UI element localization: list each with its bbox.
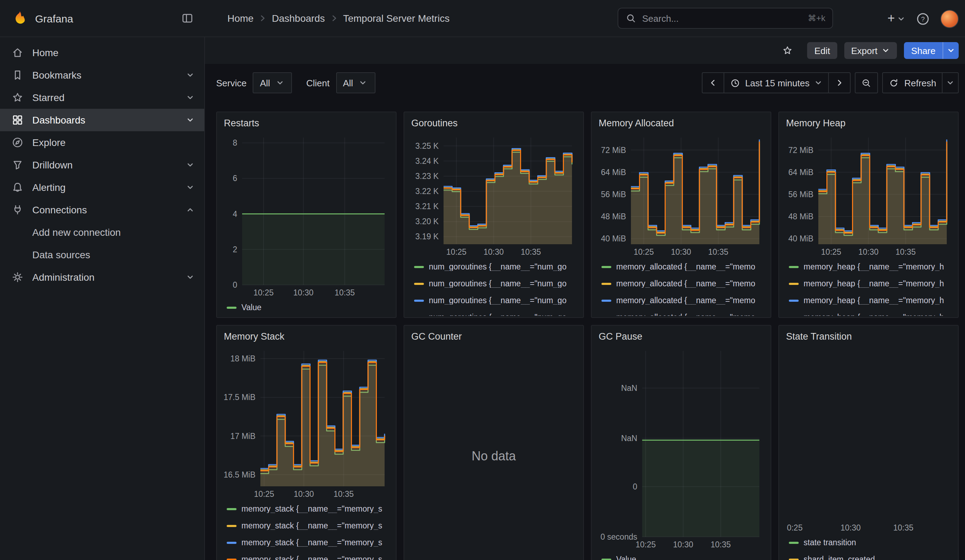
new-button[interactable]: + bbox=[887, 11, 905, 26]
legend-item[interactable]: memory_allocated {__name__="memo bbox=[599, 275, 764, 292]
svg-text:0: 0 bbox=[233, 280, 237, 289]
legend-label: memory_allocated {__name__="memo bbox=[616, 296, 755, 305]
legend-item[interactable]: memory_heap {__name__="memory_h bbox=[786, 258, 951, 275]
legend-item[interactable]: num_goroutines {__name__="num_go bbox=[411, 258, 576, 275]
chevron-down-icon[interactable] bbox=[186, 183, 195, 191]
legend-item[interactable]: state transition bbox=[786, 534, 951, 551]
svg-text:6: 6 bbox=[233, 174, 237, 183]
time-shift-forward-button[interactable] bbox=[829, 72, 851, 93]
time-range-picker[interactable]: Last 15 minutes bbox=[723, 72, 829, 93]
legend-item[interactable]: shard_item_created bbox=[786, 551, 951, 560]
svg-text:10:35: 10:35 bbox=[708, 247, 728, 256]
chevron-up-icon[interactable] bbox=[186, 206, 195, 214]
panel-title[interactable]: Goroutines bbox=[411, 116, 576, 132]
svg-text:56 MiB: 56 MiB bbox=[788, 190, 813, 199]
chart-memory-allocated[interactable]: 72 MiB64 MiB56 MiB48 MiB40 MiB10:2510:30… bbox=[599, 132, 764, 258]
svg-text:3.20 K: 3.20 K bbox=[415, 217, 439, 226]
service-select[interactable]: All bbox=[253, 72, 292, 93]
sidebar-item-dashboards[interactable]: Dashboards bbox=[0, 109, 204, 131]
filter-label: Client bbox=[306, 78, 330, 88]
legend-item[interactable]: memory_stack {__name__="memory_s bbox=[224, 551, 389, 560]
legend-label: memory_stack {__name__="memory_s bbox=[241, 538, 382, 547]
legend-item[interactable]: memory_allocated {__name__="memo bbox=[599, 309, 764, 316]
sidebar-toggle-icon[interactable] bbox=[181, 12, 194, 24]
refresh-interval-caret[interactable] bbox=[942, 72, 959, 93]
topbar-brand-section: Grafana bbox=[0, 10, 205, 27]
chevron-down-icon[interactable] bbox=[186, 71, 195, 79]
chevron-down-icon[interactable] bbox=[186, 116, 195, 124]
zoom-out-button[interactable] bbox=[855, 72, 878, 93]
export-button[interactable]: Export bbox=[844, 42, 897, 59]
legend-item[interactable]: memory_allocated {__name__="memo bbox=[599, 258, 764, 275]
legend-item[interactable]: memory_heap {__name__="memory_h bbox=[786, 309, 951, 316]
sidebar-item-bookmarks[interactable]: Bookmarks bbox=[0, 64, 204, 87]
sidebar-item-label: Starred bbox=[32, 92, 178, 103]
chevron-down-icon bbox=[897, 15, 905, 23]
legend-item[interactable]: memory_stack {__name__="memory_s bbox=[224, 517, 389, 534]
chart-restarts[interactable]: 8642010:2510:3010:35 bbox=[224, 132, 389, 299]
share-dropdown-caret[interactable] bbox=[942, 42, 959, 59]
legend-item[interactable]: memory_heap {__name__="memory_h bbox=[786, 292, 951, 309]
legend-label: num_goroutines {__name__="num_go bbox=[429, 296, 566, 305]
breadcrumb-home[interactable]: Home bbox=[227, 13, 254, 24]
sidebar-item-alerting[interactable]: Alerting bbox=[0, 176, 204, 199]
chevron-down-icon[interactable] bbox=[186, 161, 195, 169]
panel-gc-pause: GC Pause NaNNaN00 seconds10:2510:3010:35… bbox=[591, 325, 771, 560]
help-icon[interactable]: ? bbox=[916, 11, 930, 26]
chevron-down-icon[interactable] bbox=[186, 93, 195, 102]
chart-goroutines[interactable]: 3.25 K3.24 K3.23 K3.22 K3.21 K3.20 K3.19… bbox=[411, 132, 576, 258]
legend-item[interactable]: memory_allocated {__name__="memo bbox=[599, 292, 764, 309]
share-button-label[interactable]: Share bbox=[904, 42, 942, 59]
chevron-down-icon[interactable] bbox=[186, 273, 195, 281]
panel-title[interactable]: GC Pause bbox=[599, 330, 764, 345]
filter-label: Service bbox=[216, 78, 247, 88]
panel-title[interactable]: State Transition bbox=[786, 330, 951, 345]
chart-gc-pause[interactable]: NaNNaN00 seconds10:2510:3010:35 bbox=[599, 345, 764, 551]
legend: num_goroutines {__name__="num_gonum_goro… bbox=[411, 258, 576, 316]
favorite-star-icon[interactable] bbox=[782, 45, 793, 56]
sidebar-item-add-new-connection[interactable]: Add new connection bbox=[0, 221, 204, 243]
legend-item[interactable]: num_goroutines {__name__="num_go bbox=[411, 309, 576, 316]
sidebar-item-label: Alerting bbox=[32, 182, 178, 193]
chevron-right-icon bbox=[258, 14, 267, 23]
svg-text:NaN: NaN bbox=[621, 384, 637, 393]
legend-item[interactable]: memory_stack {__name__="memory_s bbox=[224, 500, 389, 517]
svg-text:10:25: 10:25 bbox=[447, 247, 467, 256]
time-shift-back-button[interactable] bbox=[702, 72, 724, 93]
share-button[interactable]: Share bbox=[904, 42, 959, 59]
sidebar-item-drilldown[interactable]: Drilldown bbox=[0, 154, 204, 176]
svg-text:48 MiB: 48 MiB bbox=[788, 212, 813, 221]
panel-title[interactable]: Restarts bbox=[224, 116, 389, 132]
sidebar-item-explore[interactable]: Explore bbox=[0, 131, 204, 154]
legend-item[interactable]: Value bbox=[599, 551, 764, 560]
panel-title[interactable]: GC Counter bbox=[411, 330, 576, 345]
client-select[interactable]: All bbox=[336, 72, 375, 93]
edit-button[interactable]: Edit bbox=[808, 42, 837, 59]
user-avatar[interactable] bbox=[940, 10, 959, 28]
refresh-button[interactable]: Refresh bbox=[883, 72, 942, 93]
sidebar-item-administration[interactable]: Administration bbox=[0, 266, 204, 289]
sidebar-item-starred[interactable]: Starred bbox=[0, 87, 204, 109]
star-icon bbox=[11, 91, 24, 104]
filter-client: Client All bbox=[306, 72, 376, 93]
chart-memory-stack[interactable]: 18 MiB17.5 MiB17 MiB16.5 MiB10:2510:3010… bbox=[224, 345, 389, 500]
panel-title[interactable]: Memory Stack bbox=[224, 330, 389, 345]
legend-item[interactable]: memory_stack {__name__="memory_s bbox=[224, 534, 389, 551]
sidebar-item-connections[interactable]: Connections bbox=[0, 199, 204, 221]
svg-text:2: 2 bbox=[233, 245, 237, 254]
legend-label: memory_allocated {__name__="memo bbox=[616, 279, 755, 288]
legend-item[interactable]: num_goroutines {__name__="num_go bbox=[411, 292, 576, 309]
legend-item[interactable]: memory_heap {__name__="memory_h bbox=[786, 275, 951, 292]
legend-item[interactable]: num_goroutines {__name__="num_go bbox=[411, 275, 576, 292]
svg-text:40 MiB: 40 MiB bbox=[788, 234, 813, 243]
chart-state-transition[interactable]: 0:2510:3010:35 bbox=[786, 345, 951, 534]
grafana-logo-icon[interactable] bbox=[11, 10, 28, 27]
panel-title[interactable]: Memory Heap bbox=[786, 116, 951, 132]
sidebar-item-home[interactable]: Home bbox=[0, 41, 204, 64]
panel-title[interactable]: Memory Allocated bbox=[599, 116, 764, 132]
legend-item[interactable]: Value bbox=[224, 299, 389, 316]
search-input[interactable]: Search... ⌘+k bbox=[618, 8, 833, 29]
breadcrumb-dashboards[interactable]: Dashboards bbox=[272, 13, 325, 24]
sidebar-item-data-sources[interactable]: Data sources bbox=[0, 243, 204, 266]
chart-memory-heap[interactable]: 72 MiB64 MiB56 MiB48 MiB40 MiB10:2510:30… bbox=[786, 132, 951, 258]
